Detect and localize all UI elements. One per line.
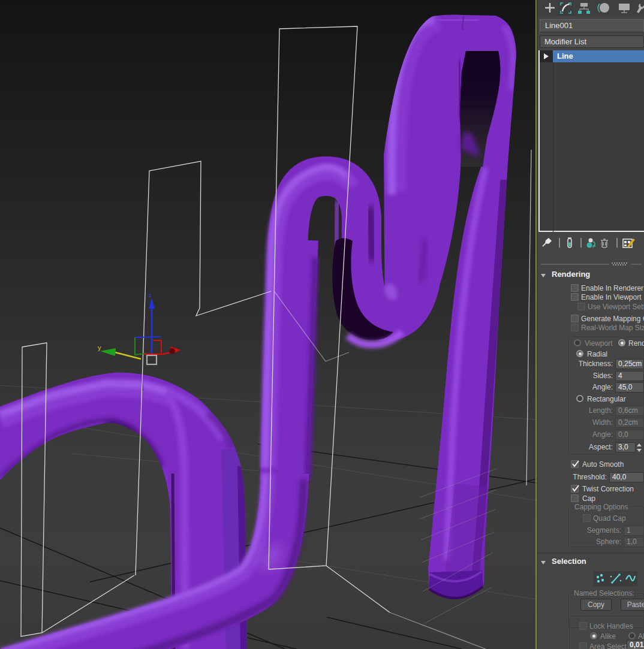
svg-text:z: z [149,292,152,298]
svg-text:y: y [98,344,101,351]
